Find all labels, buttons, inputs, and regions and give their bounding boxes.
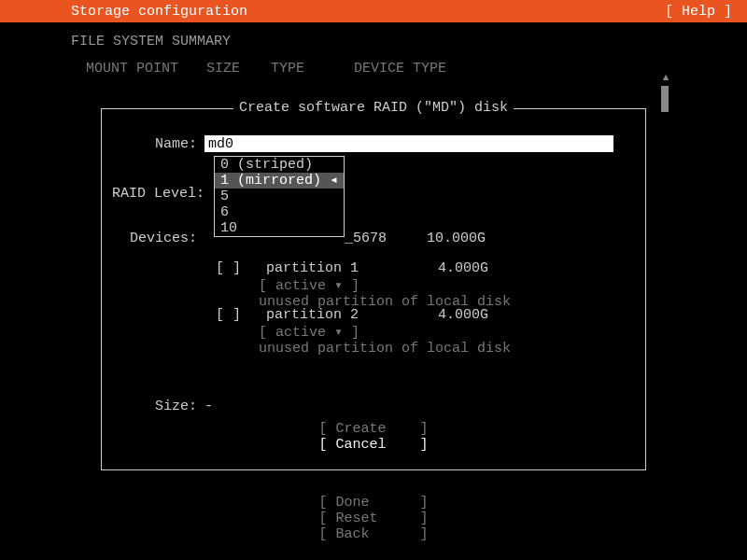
partition-2-desc: unused partition of local disk <box>259 341 511 357</box>
raid-level-dropdown[interactable]: 0 (striped) 1 (mirrored) ◂ 5 6 10 <box>214 156 345 237</box>
device-size: 10.000G <box>427 231 486 246</box>
partition-1-row: [ ] partition 1 4.000G [ active ▾ ] unus… <box>216 260 511 310</box>
col-size: SIZE <box>206 61 262 77</box>
partition-2-status[interactable]: [ active ▾ ] <box>259 323 511 341</box>
page-title: Storage configuration <box>71 4 247 20</box>
device-suffix: _5678 <box>345 231 387 246</box>
size-label: Size: <box>102 399 204 414</box>
partition-2-name: partition 2 <box>266 307 359 323</box>
partition-1-status[interactable]: [ active ▾ ] <box>259 276 511 294</box>
header-bar: Storage configuration [ Help ] <box>0 0 747 22</box>
col-mount: MOUNT POINT <box>86 61 198 77</box>
section-title: FILE SYSTEM SUMMARY <box>0 34 747 49</box>
content-area: FILE SYSTEM SUMMARY MOUNT POINT SIZE TYP… <box>0 22 747 77</box>
reset-button[interactable]: [ Reset ] <box>318 511 428 526</box>
back-button[interactable]: [ Back ] <box>318 526 428 542</box>
partition-1-checkbox[interactable]: [ ] <box>216 260 241 276</box>
size-value: - <box>204 399 213 414</box>
devices-label: Devices: <box>102 231 204 246</box>
scroll-up-icon: ▴ <box>661 67 670 86</box>
raid-option-6[interactable]: 6 <box>215 204 344 220</box>
help-button[interactable]: [ Help ] <box>665 4 732 20</box>
partition-2-row: [ ] partition 2 4.000G [ active ▾ ] unus… <box>216 307 511 357</box>
raid-option-1[interactable]: 1 (mirrored) ◂ <box>215 173 344 189</box>
table-header: MOUNT POINT SIZE TYPE DEVICE TYPE <box>0 61 747 77</box>
create-raid-dialog: Create software RAID ("MD") disk Name: R… <box>101 108 646 470</box>
name-label: Name: <box>102 136 204 152</box>
partition-2-size: 4.000G <box>438 307 488 323</box>
raid-option-0[interactable]: 0 (striped) <box>215 157 344 173</box>
footer-buttons: [ Done ] [ Reset ] [ Back ] <box>318 495 428 542</box>
raid-level-label: RAID Level: <box>102 186 204 202</box>
col-type: TYPE <box>271 61 345 77</box>
scrollbar-thumb[interactable] <box>661 86 669 112</box>
dialog-buttons: [ Create ] [ Cancel ] <box>318 421 428 453</box>
partition-1-size: 4.000G <box>438 260 488 276</box>
raid-option-5[interactable]: 5 <box>215 189 344 204</box>
create-button[interactable]: [ Create ] <box>318 421 428 437</box>
partition-2-checkbox[interactable]: [ ] <box>216 307 241 323</box>
partition-1-name: partition 1 <box>266 260 359 276</box>
dialog-title: Create software RAID ("MD") disk <box>233 100 514 116</box>
col-devtype: DEVICE TYPE <box>354 61 466 77</box>
cancel-button[interactable]: [ Cancel ] <box>318 437 428 453</box>
name-input[interactable] <box>204 135 613 152</box>
done-button[interactable]: [ Done ] <box>318 495 428 511</box>
raid-option-10[interactable]: 10 <box>215 220 344 236</box>
